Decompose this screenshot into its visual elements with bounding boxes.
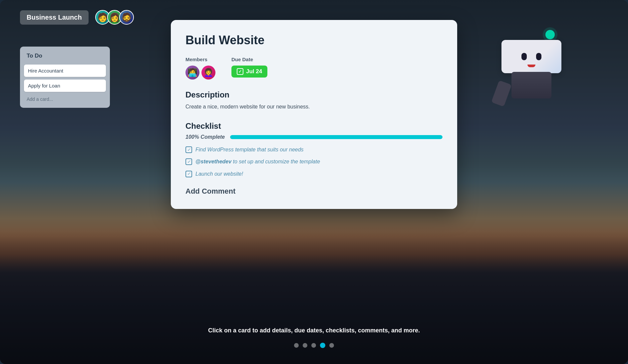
due-date-section: Due Date ✓ Jul 24 [231, 57, 267, 78]
pagination-dot-4[interactable] [320, 343, 325, 348]
modal-meta: Members 🧑‍💻 👩‍🦱 [185, 57, 443, 80]
checklist-item-2: ✓ @stevethedev to set up and customize t… [185, 158, 443, 165]
add-comment-section: Add Comment [185, 187, 443, 196]
members-label: Members [185, 57, 215, 62]
robot-mouth [527, 65, 535, 67]
pagination-dot-1[interactable] [294, 343, 299, 348]
checklist-item-1: ✓ Find WordPress template that suits our… [185, 146, 443, 153]
progress-bar-fill [230, 135, 443, 139]
checklist-item-3: ✓ Launch our website! [185, 170, 443, 178]
due-date-badge[interactable]: ✓ Jul 24 [231, 66, 267, 78]
checklist-item-suffix: to set up and customize the template [231, 159, 320, 164]
checklist-progress-row: 100% Complete [185, 134, 443, 140]
robot-face [501, 40, 561, 73]
app-container: Business Launch 🧑 👩 🧔 To Do Hire Account… [0, 0, 628, 364]
due-date-label: Due Date [231, 57, 267, 62]
description-text: Create a nice, modern website for our ne… [185, 103, 443, 111]
robot-eye-right [536, 53, 541, 60]
pagination-dot-2[interactable] [303, 343, 307, 348]
checklist-checkbox-3[interactable]: ✓ [185, 171, 192, 177]
robot-body [511, 72, 551, 98]
pagination-dot-5[interactable] [329, 343, 334, 348]
due-date-value: Jul 24 [246, 68, 262, 75]
add-comment-title: Add Comment [185, 187, 443, 196]
checklist-item-text-2: @stevethedev to set up and customize the… [195, 158, 320, 165]
member-avatar-1[interactable]: 🧑‍💻 [185, 66, 199, 80]
robot-wrapper [501, 40, 561, 98]
checklist-progress-label: 100% Complete [185, 134, 225, 140]
bottom-tooltip: Click on a card to add details, due date… [208, 327, 420, 334]
checklist-checkbox-2[interactable]: ✓ [185, 158, 192, 165]
robot-character [501, 40, 561, 98]
member-avatar-2[interactable]: 👩‍🦱 [201, 66, 215, 80]
modal-title: Build Website [185, 33, 443, 47]
checklist-heading: Checklist [185, 121, 443, 131]
checklist-mention: @stevethedev [195, 159, 231, 164]
robot-eye-left [521, 53, 527, 60]
checklist-item-text-1: Find WordPress template that suits our n… [195, 146, 304, 153]
members-row: 🧑‍💻 👩‍🦱 [185, 66, 215, 80]
robot-signal-icon [545, 30, 555, 39]
avatar-emoji-1: 🧑‍💻 [187, 68, 197, 77]
progress-bar-track [230, 135, 443, 139]
signal-dot [545, 30, 555, 39]
avatar-emoji-2: 👩‍🦱 [203, 68, 213, 77]
description-heading: Description [185, 90, 443, 99]
pagination-dots [294, 343, 334, 348]
robot-body-wrapper [501, 72, 561, 98]
checklist-section: Checklist 100% Complete ✓ Find WordPress… [185, 121, 443, 178]
members-section: Members 🧑‍💻 👩‍🦱 [185, 57, 215, 80]
due-date-check-icon: ✓ [237, 68, 243, 75]
modal-card-detail: Build Website Members 🧑‍💻 👩‍🦱 [171, 20, 457, 209]
checklist-item-text-3: Launch our website! [195, 170, 243, 178]
pagination-dot-3[interactable] [311, 343, 316, 348]
checklist-checkbox-1[interactable]: ✓ [185, 146, 192, 153]
